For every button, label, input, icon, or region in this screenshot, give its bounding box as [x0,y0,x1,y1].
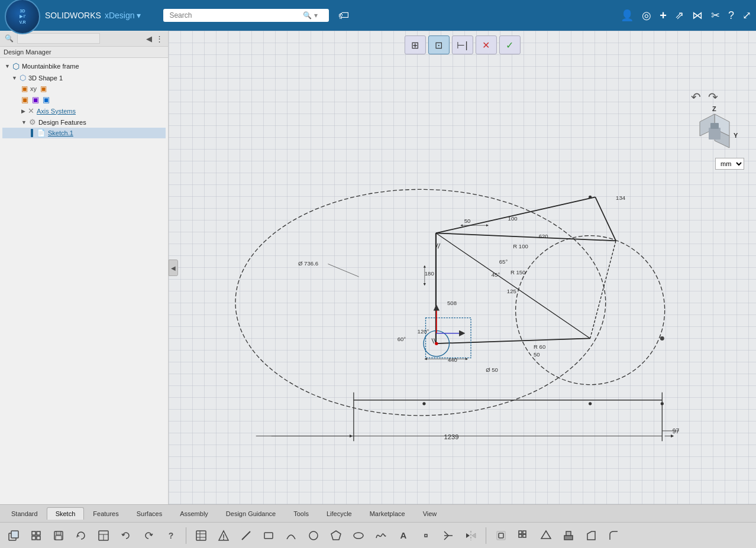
svg-rect-63 [32,531,35,535]
3d-view-btn[interactable] [4,526,24,546]
save-btn[interactable] [49,526,69,546]
tab-sketch[interactable]: Sketch [47,507,85,520]
tab-features[interactable]: Features [84,507,127,520]
tab-assembly[interactable]: Assembly [171,507,217,520]
search-filter-icon[interactable]: ▾ [314,11,318,20]
role-icon[interactable]: ◎ [642,9,651,22]
tree-item-xy[interactable]: ▣ xy ▣ [2,83,166,94]
tree-item-root[interactable]: ▼ ⬡ Mountainbike frame [2,60,166,72]
svg-line-13 [436,233,616,241]
panel-search-icon[interactable]: 🔍 [5,34,14,43]
svg-rect-81 [264,533,273,539]
svg-text:R 100: R 100 [513,243,528,249]
fullscreen-icon[interactable]: ⤢ [742,9,751,22]
svg-rect-73 [196,531,206,540]
confirm-tool-btn[interactable]: ✓ [499,35,521,54]
fillet-btn[interactable] [603,526,623,546]
svg-line-12 [595,197,616,241]
svg-point-50 [589,402,592,405]
trim-btn[interactable] [438,526,458,546]
logo-icon[interactable]: 3D▶ i'V.R [5,0,40,34]
rotate-left-icon[interactable]: ↶ [691,90,701,104]
line-btn[interactable] [236,526,256,546]
svg-rect-65 [32,536,35,540]
ellipse-btn[interactable] [348,526,369,546]
svg-point-51 [661,402,664,405]
svg-rect-93 [523,534,526,537]
text-btn[interactable]: A [393,526,413,546]
tags-icon[interactable]: 🏷 [338,9,349,22]
arc-btn[interactable] [281,526,301,546]
undo-btn[interactable] [116,526,136,546]
tab-lifecycle[interactable]: Lifecycle [318,507,361,520]
tab-view[interactable]: View [414,507,446,520]
xy-label: xy [30,85,37,92]
circle-btn[interactable] [303,526,324,546]
svg-marker-88 [466,533,470,538]
layout-btn[interactable] [93,526,114,546]
mirror-btn[interactable] [461,526,481,546]
panel-search-input[interactable] [17,33,100,44]
spline-btn[interactable] [371,526,391,546]
canvas-area[interactable]: ⊞ ⊡ ⊢| ✕ ✓ [169,31,756,504]
svg-point-79 [223,539,224,540]
svg-text:120°: 120° [418,328,429,335]
search-icon[interactable]: 🔍 [303,11,312,20]
plane-yz-icon[interactable]: ▣ [32,95,39,104]
plane-zx-icon[interactable]: ▣ [43,95,50,104]
explode-btn[interactable] [26,526,46,546]
tab-design-guidance[interactable]: Design Guidance [217,507,285,520]
axis-icon: ✕ [28,106,34,115]
panel-menu-btn[interactable]: ⋮ [156,34,163,43]
extrude-btn[interactable] [558,526,579,546]
plane-xy-icon[interactable]: ▣ [21,95,28,104]
connect-icon[interactable]: ⋈ [692,9,703,22]
svg-marker-99 [587,531,595,540]
unit-select[interactable]: mm cm m in [715,158,744,170]
tab-tools[interactable]: Tools [285,507,318,520]
svg-text:440: 440 [448,356,457,363]
orientation-cube[interactable]: ↶ ↷ Z Y [691,90,744,155]
poly-btn[interactable] [326,526,346,546]
tree-item-sketch1[interactable]: 📄 Sketch.1 [2,128,166,138]
user-icon[interactable]: 👤 [621,9,634,22]
svg-rect-69 [56,536,62,540]
panel-collapse-arrow[interactable]: ◀ [169,260,178,276]
tree-item-axis[interactable]: ▶ ✕ Axis Systems [2,105,166,116]
svg-rect-95 [523,531,526,534]
tab-marketplace[interactable]: Marketplace [361,507,414,520]
svg-rect-98 [566,531,571,536]
share-icon[interactable]: ⇗ [675,9,684,22]
point-btn[interactable] [416,526,436,546]
rect-btn[interactable] [259,526,279,546]
tools-icon[interactable]: ✂ [711,9,720,22]
help-btn[interactable]: ? [161,526,181,546]
shape-label: 3D Shape 1 [28,74,63,82]
offset-btn[interactable] [491,526,511,546]
grid-tool-btn[interactable]: ⊞ [404,35,425,54]
panel-collapse-btn[interactable]: ◀ [146,34,152,43]
refresh-btn[interactable] [71,526,91,546]
tree-item-design-features[interactable]: ▼ ⚙ Design Features [2,116,166,128]
add-icon[interactable]: + [660,9,667,22]
redo-btn[interactable] [138,526,159,546]
app-dropdown[interactable]: ▾ [137,11,141,20]
table-btn[interactable] [191,526,211,546]
help-icon[interactable]: ? [728,9,734,22]
select-tool-btn[interactable]: ⊡ [428,35,449,54]
tab-standard[interactable]: Standard [2,507,47,520]
orient-cube-svg[interactable]: Z Y [691,105,738,153]
smart-dim-btn[interactable] [214,526,234,546]
search-input[interactable] [169,11,299,20]
tab-surfaces[interactable]: Surfaces [128,507,171,520]
linear-pattern-btn[interactable] [513,526,534,546]
svg-text:97: 97 [673,428,679,434]
delete-tool-btn[interactable]: ✕ [476,35,497,54]
rotate-right-icon[interactable]: ↷ [708,90,718,104]
chamfer-btn[interactable] [581,526,601,546]
df-toggle: ▼ [21,119,27,125]
tree-item-3dshape[interactable]: ▼ ⬡ 3D Shape 1 [2,72,166,83]
convert-btn[interactable] [536,526,556,546]
snap-tool-btn[interactable]: ⊢| [451,35,473,54]
orient-arrows: ↶ ↷ [691,90,744,104]
